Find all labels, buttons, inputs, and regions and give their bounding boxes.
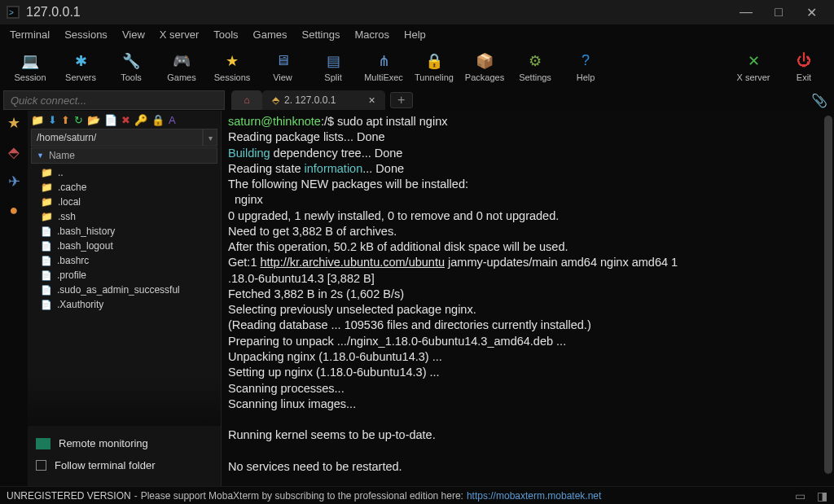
- tool-tunneling[interactable]: 🔒Tunneling: [409, 46, 459, 88]
- sb-tool-7[interactable]: 🔑: [134, 114, 147, 126]
- sb-tool-8[interactable]: 🔒: [151, 114, 165, 126]
- toolbar: 💻Session✱Servers🔧Tools🎮Games★Sessions🖥Vi…: [0, 44, 834, 90]
- follow-terminal-checkbox[interactable]: Follow terminal folder: [36, 454, 213, 476]
- settings-icon: ⚙: [526, 52, 544, 70]
- tab-close-icon[interactable]: ×: [368, 94, 375, 107]
- folder-item[interactable]: 📁.cache: [31, 180, 217, 195]
- tab-session-icon: ⬘: [272, 94, 279, 106]
- new-tab-button[interactable]: +: [390, 92, 413, 108]
- folder-icon: 📁: [41, 211, 53, 222]
- file-item[interactable]: 📄.sudo_as_admin_successful: [31, 283, 217, 297]
- tool-session[interactable]: 💻Session: [5, 46, 55, 88]
- title-bar: > 127.0.0.1 — □ ✕: [0, 0, 834, 24]
- sb-tool-0[interactable]: 📁: [31, 114, 44, 126]
- tool-servers[interactable]: ✱Servers: [55, 46, 106, 88]
- tool-exit[interactable]: ⏻Exit: [779, 46, 829, 88]
- tool-split[interactable]: ▤Split: [308, 46, 358, 88]
- tab-session-label: 2. 127.0.0.1: [284, 94, 336, 106]
- folder-icon: 📁: [41, 167, 53, 178]
- folder-item[interactable]: 📁.local: [31, 195, 217, 209]
- file-icon: 📄: [41, 300, 52, 310]
- folder-item[interactable]: 📁.ssh: [31, 209, 217, 224]
- tool-x-server[interactable]: ✕X server: [728, 46, 779, 88]
- menu-macros[interactable]: Macros: [348, 27, 396, 42]
- sb-tool-5[interactable]: 📄: [104, 114, 117, 126]
- file-item[interactable]: 📄.bash_history: [31, 224, 217, 239]
- folder-item[interactable]: 📁..: [31, 165, 217, 180]
- app-icon: >: [7, 6, 20, 19]
- sb-tool-2[interactable]: ⬆: [61, 114, 70, 126]
- tool-tools[interactable]: 🔧Tools: [106, 46, 156, 88]
- terminal-pane[interactable]: saturn@thinknote:/$ sudo apt install ngi…: [222, 111, 834, 486]
- tool-sessions[interactable]: ★Sessions: [207, 46, 257, 88]
- menu-xserver[interactable]: X server: [153, 27, 205, 42]
- sb-tool-4[interactable]: 📂: [87, 114, 100, 126]
- file-item[interactable]: 📄.bash_logout: [31, 239, 217, 253]
- side-icon-1[interactable]: ⬘: [8, 143, 20, 161]
- folder-icon: 📁: [41, 196, 53, 208]
- quick-connect-row: ⌂ ⬘ 2. 127.0.0.1 × + 📎: [0, 90, 834, 111]
- status-monitor-icon[interactable]: ▭: [795, 489, 805, 502]
- file-item[interactable]: 📄.bashrc: [31, 253, 217, 268]
- menu-view[interactable]: View: [116, 27, 151, 42]
- status-panel-icon[interactable]: ◨: [817, 489, 827, 502]
- home-icon: ⌂: [244, 94, 249, 106]
- tab-home[interactable]: ⌂: [231, 90, 262, 110]
- file-list: 📁..📁.cache📁.local📁.ssh📄.bash_history📄.ba…: [28, 164, 221, 377]
- paperclip-icon[interactable]: 📎: [811, 93, 827, 108]
- quick-connect-input[interactable]: [3, 90, 225, 110]
- servers-icon: ✱: [72, 52, 90, 70]
- terminal-scrollbar[interactable]: [824, 116, 832, 474]
- tools-icon: 🔧: [122, 52, 140, 70]
- sidebar: 📁⬇⬆↻📂📄✖🔑🔒A ▾ Name 📁..📁.cache📁.local📁.ssh…: [28, 111, 222, 486]
- tool-help[interactable]: ?Help: [560, 46, 611, 88]
- menu-tools[interactable]: Tools: [207, 27, 244, 42]
- folder-icon: 📁: [41, 182, 53, 193]
- help-icon: ?: [577, 52, 595, 70]
- exit-icon: ⏻: [795, 52, 813, 70]
- tool-settings[interactable]: ⚙Settings: [510, 46, 560, 88]
- sb-tool-6[interactable]: ✖: [121, 114, 130, 126]
- file-item[interactable]: 📄.profile: [31, 268, 217, 283]
- window-title: 127.0.0.1: [26, 5, 81, 20]
- remote-monitoring-button[interactable]: Remote monitoring: [36, 432, 213, 454]
- tab-strip: ⌂ ⬘ 2. 127.0.0.1 × + 📎: [225, 90, 834, 111]
- menu-settings[interactable]: Settings: [296, 27, 347, 42]
- file-icon: 📄: [41, 226, 52, 237]
- menu-games[interactable]: Games: [247, 27, 294, 42]
- file-icon: 📄: [41, 270, 52, 281]
- tool-multiexec[interactable]: ⋔MultiExec: [358, 46, 409, 88]
- tab-session[interactable]: ⬘ 2. 127.0.0.1 ×: [262, 90, 385, 110]
- maximize-button[interactable]: □: [762, 0, 795, 24]
- svg-text:>: >: [9, 8, 14, 17]
- session-icon: 💻: [21, 52, 39, 70]
- sb-tool-3[interactable]: ↻: [74, 114, 83, 126]
- packages-icon: 📦: [476, 52, 494, 70]
- menu-sessions[interactable]: Sessions: [58, 27, 114, 42]
- file-list-header[interactable]: Name: [31, 147, 217, 164]
- tool-games[interactable]: 🎮Games: [156, 46, 207, 88]
- menu-terminal[interactable]: Terminal: [3, 27, 56, 42]
- sb-tool-9[interactable]: A: [169, 114, 176, 126]
- tool-packages[interactable]: 📦Packages: [459, 46, 510, 88]
- file-icon: 📄: [41, 285, 52, 296]
- side-icon-0[interactable]: ★: [7, 114, 20, 132]
- main-area: ★⬘✈● 📁⬇⬆↻📂📄✖🔑🔒A ▾ Name 📁..📁.cache📁.local…: [0, 111, 834, 486]
- sb-tool-1[interactable]: ⬇: [48, 114, 57, 126]
- file-item[interactable]: 📄.Xauthority: [31, 297, 217, 312]
- sidebar-bottom: Remote monitoring Follow terminal folder: [28, 426, 221, 486]
- games-icon: 🎮: [173, 52, 191, 70]
- side-icon-2[interactable]: ✈: [8, 173, 20, 191]
- split-icon: ▤: [324, 52, 342, 70]
- path-dropdown-icon[interactable]: ▾: [203, 129, 217, 147]
- tool-view[interactable]: 🖥View: [257, 46, 308, 88]
- side-icon-3[interactable]: ●: [10, 202, 19, 219]
- close-button[interactable]: ✕: [795, 0, 827, 24]
- path-row: ▾: [28, 129, 221, 147]
- status-bar: UNREGISTERED VERSION - Please support Mo…: [0, 486, 834, 504]
- menu-help[interactable]: Help: [397, 27, 432, 42]
- file-icon: 📄: [41, 256, 52, 266]
- path-input[interactable]: [31, 129, 203, 147]
- status-link[interactable]: https://mobaxterm.mobatek.net: [467, 490, 601, 502]
- minimize-button[interactable]: —: [730, 0, 762, 24]
